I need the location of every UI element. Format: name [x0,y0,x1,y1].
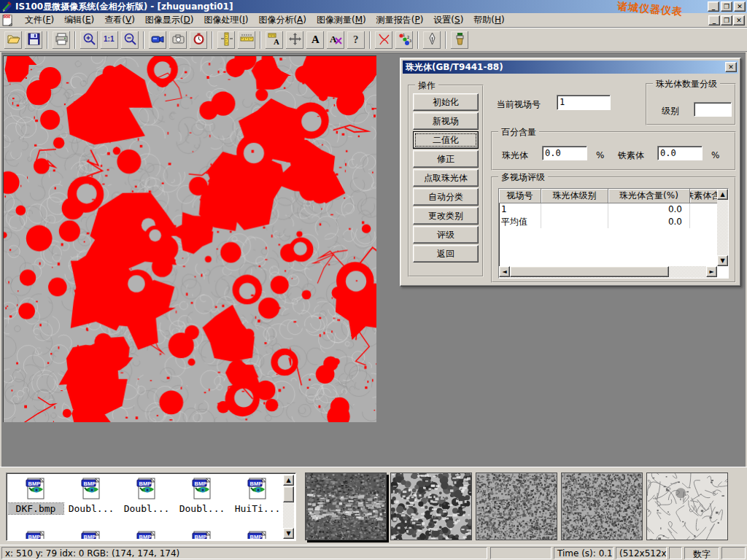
zoom-in-button[interactable] [80,31,98,50]
pearlite-percent-input[interactable]: 0.0 [542,146,587,160]
file-item-row2-0[interactable]: BMP [8,530,63,539]
filelist-scrollbar-thumb[interactable] [283,486,294,502]
filelist-vertical-scrollbar[interactable]: ▲ ▼ [283,475,294,539]
table-column-header-2[interactable]: 珠光体含量(%) [608,189,690,203]
table-row-1[interactable]: 平均值0.0 [499,216,728,228]
menu-item-0[interactable]: 文件(F) [20,12,59,28]
close-button[interactable]: ✕ [734,1,746,12]
capture-icon [171,32,185,48]
file-item-4[interactable]: BMPHuiTi... [230,477,283,514]
svg-text:BMP: BMP [28,481,40,487]
ruler-button[interactable] [237,31,256,50]
table-vertical-scrollbar[interactable]: ▲ ▼ [717,189,728,266]
svg-text:BMP: BMP [249,481,262,487]
file-item-row2-1[interactable]: BMP [63,530,119,539]
capture-button[interactable] [169,31,187,50]
current-field-label: 当前视场号 [497,98,541,111]
table-cell: 0.0 [608,216,690,228]
video-camera-button[interactable] [148,31,167,50]
scroll-right-icon[interactable]: ► [706,266,717,277]
timer-button[interactable] [189,31,208,50]
pearlite-unit: % [596,150,604,160]
help-icon: ? [349,32,363,48]
file-item-3[interactable]: BMPDoubl... [174,477,230,514]
level-input[interactable] [694,102,732,117]
file-item-0[interactable]: BMPDKF.bmp [8,477,63,514]
file-item-row2-4[interactable]: BMP [230,530,283,539]
op-button-6[interactable]: 更改类别 [413,207,479,225]
menu-item-1[interactable]: 编辑(E) [59,12,99,28]
status-bar: x: 510 y: 79 idx: 0 RGB: (174, 174, 174)… [0,545,747,560]
print-button[interactable] [52,31,71,50]
file-name: Doubl... [119,503,174,514]
menu-item-7[interactable]: 测量报告(P) [371,12,429,28]
pan-button[interactable] [285,31,304,50]
op-button-2[interactable]: 二值化 [413,131,479,149]
table-column-header-0[interactable]: 视场号 [499,189,541,203]
thumbnail-0[interactable] [305,472,387,540]
bmp-file-icon: BMP [174,477,230,503]
mdi-restore-button[interactable]: ❐ [721,15,732,26]
scroll-up-icon[interactable]: ▲ [717,189,728,200]
measure-label-button[interactable]: A [265,31,284,50]
scrollbar-thumb[interactable] [510,266,669,277]
dialog-close-icon[interactable]: ✕ [725,62,737,72]
text-delete-button[interactable]: A [326,31,345,50]
menu-item-8[interactable]: 设置(S) [428,12,468,28]
menu-item-3[interactable]: 图像显示(D) [140,12,199,28]
op-button-1[interactable]: 新视场 [413,112,479,130]
restore-button[interactable]: ❐ [721,1,732,12]
menu-item-2[interactable]: 查看(V) [99,12,140,28]
spline-icon [377,32,391,48]
caliper-button[interactable] [217,31,236,50]
mdi-close-button[interactable]: ✕ [733,15,745,26]
scroll-left-icon[interactable]: ◄ [499,266,510,277]
table-row-0[interactable]: 10.0 [499,203,728,216]
op-button-8[interactable]: 返回 [413,245,479,262]
menu-item-6[interactable]: 图像测量(M) [311,12,371,28]
ferrite-percent-input[interactable]: 0.0 [657,146,703,160]
spline-button[interactable] [374,31,393,50]
op-button-4[interactable]: 点取珠光体 [413,169,479,187]
thumbnail-2[interactable] [476,472,557,540]
mode-status: 数字 [684,547,719,559]
file-item-row2-3[interactable]: BMP [174,530,230,539]
scroll-down-icon[interactable]: ▼ [717,255,728,266]
current-field-input[interactable]: 1 [557,95,611,110]
zoom-in-icon [82,32,96,48]
menu-item-4[interactable]: 图像处理(I) [198,12,253,28]
op-button-0[interactable]: 初始化 [413,93,479,111]
menu-item-9[interactable]: 帮助(H) [468,12,509,28]
save-button[interactable] [24,31,43,50]
file-name: Doubl... [63,503,119,514]
ferrite-label: 铁素体 [618,149,644,162]
help-button[interactable]: ? [347,31,365,50]
op-button-5[interactable]: 自动分类 [413,188,479,206]
filelist-scroll-up-icon[interactable]: ▲ [283,475,294,486]
file-item-row2-2[interactable]: BMP [119,530,174,539]
svg-text:1:1: 1:1 [104,35,115,43]
op-button-7[interactable]: 评级 [413,226,479,244]
minimize-button[interactable]: _ [708,1,719,12]
mdi-minimize-button[interactable]: _ [708,15,720,26]
open-button[interactable] [4,31,23,50]
file-item-2[interactable]: BMPDoubl... [119,477,174,514]
zoom-out-button[interactable] [120,31,139,50]
file-item-1[interactable]: BMPDoubl... [63,477,119,514]
pen-button[interactable] [422,31,441,50]
text-button[interactable]: A [306,31,325,50]
thumbnail-3[interactable] [561,472,643,540]
metallographic-image[interactable] [3,55,376,422]
actual-size-button[interactable]: 1:1 [100,31,119,50]
thumbnail-4[interactable] [646,472,728,540]
table-horizontal-scrollbar[interactable]: ◄ ► [499,266,717,278]
op-button-3[interactable]: 修正 [413,150,479,168]
brush-button[interactable] [450,31,469,50]
count-points-button[interactable]: 123 [395,31,414,50]
thumbnail-1[interactable] [390,472,472,540]
svg-text:BMP: BMP [194,534,206,540]
table-column-header-1[interactable]: 珠光体级别 [541,189,608,203]
menu-item-5[interactable]: 图像分析(A) [253,12,311,28]
filelist-scroll-down-icon[interactable]: ▼ [283,528,294,539]
text-icon: A [309,32,322,48]
